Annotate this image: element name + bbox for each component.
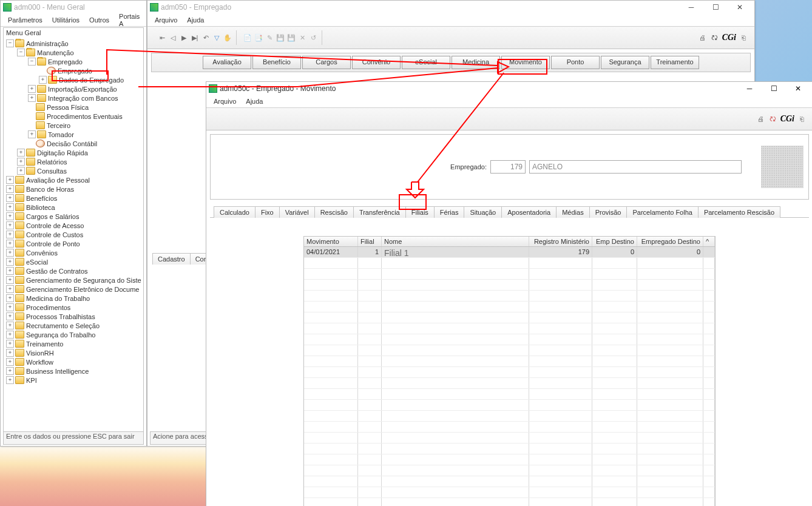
tree-terc[interactable]: Terceiro [47,122,70,129]
table-row[interactable] [304,476,715,487]
emp-code-input[interactable] [490,160,526,174]
tree-trein[interactable]: Treinamento [26,340,63,348]
tree-proc[interactable]: Procedimentos Eventuais [47,113,123,120]
table-row[interactable] [304,498,715,506]
tab-seguranca[interactable]: Segurança [601,56,649,69]
subtab-variavel[interactable]: Variável [279,206,315,218]
print-icon-mov[interactable]: 🖨 [756,114,766,124]
tree-manut[interactable]: Manutenção [37,49,74,56]
table-row[interactable] [304,323,715,334]
first-record-icon[interactable]: ⇤ [157,33,167,42]
next-record-icon[interactable]: ▶ [179,33,189,42]
tree-segtrab[interactable]: Segurança do Trabalho [26,331,95,339]
new-icon[interactable]: 📄 [243,33,252,42]
table-row[interactable] [304,465,715,476]
tab-cargos[interactable]: Cargos [302,56,351,69]
subtab-transferencia[interactable]: Transferência [353,206,406,218]
tree-recsel[interactable]: Recrutamento e Seleção [26,322,100,329]
tree-pf[interactable]: Pessoa Física [47,104,89,111]
table-row[interactable] [304,312,715,323]
tab-avaliacao[interactable]: Avaliação [203,56,251,69]
menu-outros[interactable]: Outros [86,15,113,25]
save2-icon[interactable]: 💾 [286,33,296,42]
filter-icon[interactable]: ▽ [212,33,222,42]
copy-icon[interactable]: 📑 [254,33,263,42]
menu-utilitarios[interactable]: Utilitários [49,15,83,25]
menu-ajuda-emp[interactable]: Ajuda [183,15,208,25]
subtab-rescisao[interactable]: Rescisão [314,206,354,218]
table-row[interactable] [304,291,715,302]
vtab-cadastro[interactable]: Cadastro [153,254,191,265]
table-row[interactable] [304,433,715,444]
refresh-icon[interactable]: 🗘 [710,33,720,42]
col-empregado-destino[interactable]: Empregado Destino [637,237,703,246]
tree-emp[interactable]: Empregado [58,67,92,75]
tree-cargsal[interactable]: Cargos e Salários [26,213,79,220]
col-nome[interactable]: Nome [382,237,529,246]
table-row[interactable] [304,356,715,367]
minimize-button-mov[interactable]: ─ [737,82,762,95]
tab-beneficio[interactable]: Benefício [252,56,301,69]
tree-ccustos[interactable]: Controle de Custos [26,231,83,238]
delete-icon[interactable]: ✕ [297,33,307,42]
subtab-fixo[interactable]: Fixo [255,206,280,218]
tree-dig[interactable]: Digitação Rápida [37,149,88,157]
col-empdestino[interactable]: Emp Destino [592,237,637,246]
tab-esocial[interactable]: eSocial [402,56,450,69]
col-movimento[interactable]: Movimento [304,237,358,246]
table-row[interactable] [304,487,715,498]
tree-empgrp[interactable]: Empregado [48,58,83,66]
menu-arquivo-emp[interactable]: Arquivo [151,15,181,25]
table-row[interactable] [304,378,715,389]
tree-cacesso[interactable]: Controle de Acesso [26,222,84,229]
exit-icon-mov[interactable]: ⎗ [797,114,807,124]
maximize-button-mov[interactable]: ☐ [762,82,786,95]
tab-treinamento[interactable]: Treinamento [651,56,699,69]
tab-convenio[interactable]: Convênio [352,56,401,69]
subtab-filiais[interactable]: Filiais [405,206,435,218]
prev-record-icon[interactable]: ◁ [168,33,178,42]
undo-icon[interactable]: ↶ [201,33,211,42]
subtab-aposentadoria[interactable]: Aposentadoria [501,206,557,218]
table-row[interactable]: 04/01/2021 1 Filial 1 179 0 0 [304,247,715,258]
menu-arquivo-mov[interactable]: Arquivo [210,96,240,106]
table-row[interactable] [304,400,715,411]
tree-rel[interactable]: Relatórios [37,158,67,166]
tree-cponto[interactable]: Controle de Ponto [26,240,80,248]
tab-medicina[interactable]: Medicina [452,56,500,69]
tab-movimento[interactable]: Movimento [501,56,550,69]
subtab-medias[interactable]: Médias [556,206,589,218]
exit-icon[interactable]: ⎗ [739,33,748,42]
last-record-icon[interactable]: ▶| [190,33,200,42]
table-row[interactable] [304,269,715,280]
tree-vrh[interactable]: VisionRH [26,349,54,357]
table-row[interactable] [304,454,715,465]
tree-cons[interactable]: Consultas [37,167,67,175]
tree-gseg[interactable]: Gerenciamento de Segurança do Siste [26,277,141,284]
tab-ponto[interactable]: Ponto [551,56,600,69]
tree-dados[interactable]: Dados do Empregado [59,76,124,84]
tree-dec[interactable]: Decisão Contábil [47,140,97,147]
save-icon[interactable]: 💾 [276,33,285,42]
tree-gcont[interactable]: Gestão de Contratos [26,268,88,275]
grid-filiais[interactable]: Movimento Filial Nome Registro Ministéri… [303,236,716,506]
table-row[interactable] [304,280,715,291]
subtab-parc-folha[interactable]: Parcelamento Folha [626,206,698,218]
navigate-icon[interactable]: ✋ [223,33,232,42]
tree-conv[interactable]: Convênios [26,249,58,257]
subtab-parc-rescisao[interactable]: Parcelamento Rescisão [698,206,780,218]
subtab-calculado[interactable]: Calculado [214,206,255,218]
col-registro[interactable]: Registro Ministério [529,237,592,246]
menu-ajuda-mov[interactable]: Ajuda [242,96,266,106]
tree-admin[interactable]: Administração [26,40,69,47]
col-filial[interactable]: Filial [358,237,382,246]
subtab-ferias[interactable]: Férias [434,206,465,218]
tree-medt[interactable]: Medicina do Trabalho [26,295,90,302]
tree-tom[interactable]: Tomador [48,131,74,138]
minimize-button[interactable]: ─ [679,1,703,14]
maximize-button[interactable]: ☐ [703,1,728,14]
subtab-provisao[interactable]: Provisão [589,206,628,218]
subtab-situacao[interactable]: Situação [464,206,502,218]
table-row[interactable] [304,422,715,433]
table-row[interactable] [304,258,715,269]
